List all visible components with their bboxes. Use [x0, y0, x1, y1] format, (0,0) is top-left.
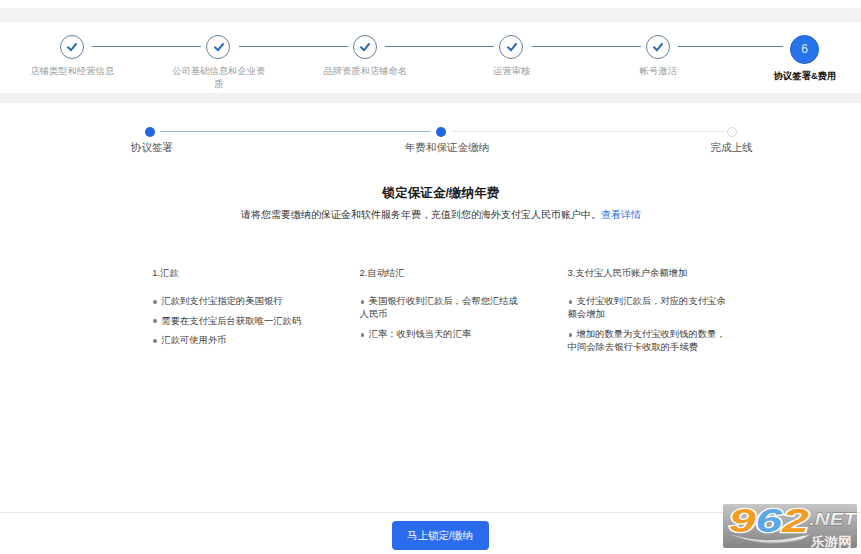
- svg-text:乐游网: 乐游网: [810, 535, 852, 549]
- svg-text:6: 6: [755, 504, 783, 539]
- svg-text:.NET: .NET: [809, 510, 857, 529]
- svg-text:2: 2: [781, 504, 809, 539]
- svg-text:9: 9: [729, 504, 756, 539]
